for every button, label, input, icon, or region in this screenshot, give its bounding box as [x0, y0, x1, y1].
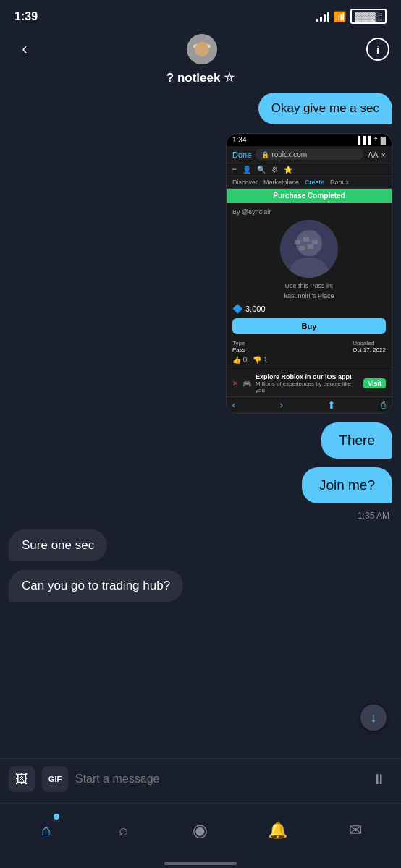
svg-rect-12	[308, 244, 313, 249]
mail-icon: ✉	[349, 821, 362, 840]
sc-buy-button[interactable]: Buy	[232, 318, 386, 334]
record-icon: ◉	[193, 820, 208, 841]
signal-icon	[316, 12, 329, 22]
message-bubble-there: There	[321, 422, 392, 459]
nav-messages[interactable]: ✉	[337, 812, 373, 848]
header-center	[187, 34, 217, 64]
wifi-icon: 📶	[334, 11, 346, 22]
username: ? notleek ☆	[0, 67, 401, 93]
sc-nav-bar: ≡ 👤 🔍 ⚙ ⭐	[227, 163, 392, 176]
sc-sub-nav-bar: Discover Marketplace Create Robux	[227, 176, 392, 189]
sc-content: By @6ynclair Use this Pass in: kasunoiri…	[227, 203, 392, 370]
nav-notifications[interactable]: 🔔	[260, 812, 296, 848]
status-bar: 1:39 📶 ▓▓▓░	[0, 0, 401, 28]
message-bubble-join: Join me?	[302, 467, 392, 503]
svg-rect-8	[295, 240, 300, 244]
sc-robux-price: 🔷 3,000	[232, 304, 386, 314]
sc-url-field: 🔒 roblox.com	[256, 149, 363, 160]
sc-reactions: 👍 0 👎 1	[232, 356, 386, 364]
scroll-down-button[interactable]: ↓	[360, 705, 387, 731]
sc-place-name: kasunoirij's Place	[232, 292, 386, 299]
voice-button[interactable]: ⏸	[366, 766, 392, 792]
home-icon: ⌂	[41, 821, 51, 840]
svg-rect-11	[299, 246, 305, 250]
image-picker-button[interactable]: 🖼	[9, 766, 35, 792]
sc-bottom-controls: ‹ › ⬆ ⎙	[227, 396, 392, 413]
sc-status-bar: 1:34 ▐▐▐ ⇡ ▓	[227, 134, 392, 146]
nav-record[interactable]: ◉	[182, 812, 219, 848]
input-bar: 🖼 GIF ⏸	[0, 758, 401, 799]
nav-home[interactable]: ⌂	[28, 812, 64, 848]
sc-by: By @6ynclair	[232, 208, 386, 216]
sc-pass-image	[280, 220, 338, 278]
nav-search[interactable]: ⌕	[105, 812, 141, 848]
svg-rect-10	[312, 240, 318, 244]
home-indicator	[164, 862, 237, 865]
message-bubble-out-1: Okay give me a sec	[258, 93, 392, 124]
gif-button[interactable]: GIF	[42, 766, 68, 792]
status-time: 1:39	[14, 10, 38, 23]
sc-purchase-banner: Purchase Completed	[227, 189, 392, 203]
image-icon: 🖼	[15, 772, 28, 787]
info-button[interactable]: i	[366, 38, 389, 61]
svg-rect-9	[303, 237, 309, 242]
message-timestamp: 1:35 AM	[9, 511, 392, 521]
sc-explore-banner: ✕ 🎮 Explore Roblox in our iOS app! Milli…	[227, 370, 392, 396]
message-bubble-in-2: Can you go to trading hub?	[9, 570, 183, 602]
header: ‹ i	[0, 28, 401, 67]
message-bubble-in-1: Sure one sec	[9, 529, 107, 561]
sc-browser-bar: Done 🔒 roblox.com AA ×	[227, 146, 392, 163]
gif-icon: GIF	[48, 775, 62, 783]
svg-point-4	[195, 42, 209, 56]
battery-icon: ▓▓▓░	[350, 9, 387, 24]
sc-pass-label: Use this Pass in:	[232, 282, 386, 289]
messages-area: Okay give me a sec 1:34 ▐▐▐ ⇡ ▓ Done 🔒 r…	[0, 93, 401, 602]
sc-visit-button[interactable]: Visit	[363, 378, 386, 388]
bottom-nav: ⌂ ⌕ ◉ 🔔 ✉	[0, 803, 401, 868]
avatar	[187, 34, 217, 64]
status-icons: 📶 ▓▓▓░	[316, 9, 387, 24]
bell-icon: 🔔	[268, 821, 287, 840]
search-icon: ⌕	[119, 821, 128, 840]
screenshot-card: 1:34 ▐▐▐ ⇡ ▓ Done 🔒 roblox.com AA × ≡ 👤 …	[226, 133, 392, 414]
voice-icon: ⏸	[372, 771, 387, 788]
home-badge	[54, 814, 59, 820]
message-input[interactable]	[75, 773, 359, 786]
sc-meta: Type Pass Updated Oct 17, 2022	[232, 340, 386, 353]
back-button[interactable]: ‹	[12, 36, 38, 62]
